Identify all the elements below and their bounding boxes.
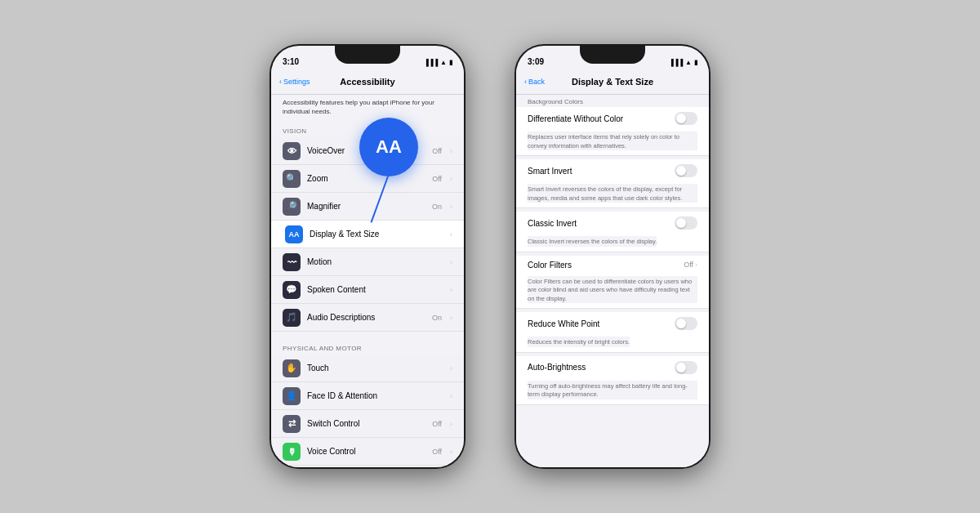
touch-icon: ✋: [283, 359, 301, 377]
right-phone: 3:09 ▐▐▐ ▲ ▮ ‹ Back Display & Text Size: [514, 44, 710, 469]
wifi-icon-r: ▲: [685, 59, 692, 66]
display-text-size-label: Display & Text Size: [310, 230, 442, 239]
display-text-size-icon: AA: [285, 225, 303, 243]
voice-control-value: Off: [432, 448, 442, 456]
list-item-magnifier[interactable]: 🔎 Magnifier On ›: [271, 193, 464, 221]
page-title-left: Accessibility: [340, 77, 394, 87]
reduce-white-label: Reduce White Point: [528, 319, 675, 328]
switch-control-value: Off: [432, 420, 442, 428]
classic-invert-label: Classic Invert: [528, 219, 675, 228]
left-phone-screen: 3:10 ▐▐▐ ▲ ▮ ‹ Settings Accessibility: [271, 46, 464, 467]
audio-desc-label: Audio Descriptions: [307, 313, 425, 322]
voice-control-icon: 🎙: [283, 443, 301, 461]
spoken-content-chevron: ›: [450, 286, 452, 294]
back-label-right: Back: [528, 78, 545, 86]
list-item-zoom[interactable]: 🔍 Zoom Off ›: [271, 165, 464, 193]
list-item-switch-control[interactable]: ⇄ Switch Control Off ›: [271, 410, 464, 438]
right-phone-body: 3:09 ▐▐▐ ▲ ▮ ‹ Back Display & Text Size: [514, 44, 710, 469]
wifi-icon: ▲: [440, 59, 447, 66]
time-left: 3:10: [283, 57, 299, 66]
list-item-face-id[interactable]: 👤 Face ID & Attention ›: [271, 382, 464, 410]
zoom-label: Zoom: [307, 174, 425, 183]
list-item-side-button[interactable]: ⎋ Side Button ›: [271, 466, 464, 467]
voiceover-chevron: ›: [450, 147, 452, 155]
touch-label: Touch: [307, 364, 442, 372]
list-item-spoken-content[interactable]: 💬 Spoken Content ›: [271, 276, 464, 304]
signal-icon: ▐▐▐: [424, 59, 438, 66]
voiceover-icon: 👁: [283, 142, 301, 160]
list-item-motion[interactable]: 〰 Motion ›: [271, 248, 464, 276]
magnifier-value: On: [432, 203, 442, 211]
nav-bar-left: ‹ Settings Accessibility: [271, 69, 464, 95]
diff-color-desc: Replaces user interface items that rely …: [528, 132, 697, 150]
reduce-white-desc: Reduces the intensity of bright colors.: [528, 337, 630, 347]
back-button-left[interactable]: ‹ Settings: [279, 78, 310, 86]
audio-desc-value: On: [432, 314, 442, 322]
accessibility-description: Accessibility features help you adapt iP…: [271, 95, 464, 121]
switch-control-icon: ⇄: [283, 415, 301, 433]
magnifier-chevron: ›: [450, 203, 452, 211]
touch-chevron: ›: [450, 364, 452, 372]
list-item-voice-control[interactable]: 🎙 Voice Control Off ›: [271, 438, 464, 466]
audio-desc-chevron: ›: [450, 314, 452, 322]
smart-invert-toggle[interactable]: [675, 164, 697, 177]
voice-control-chevron: ›: [450, 448, 452, 456]
voice-control-label: Voice Control: [307, 447, 425, 456]
voiceover-value: Off: [432, 147, 442, 155]
classic-invert-toggle[interactable]: [675, 216, 697, 230]
list-item-classic-invert[interactable]: Classic Invert Classic Invert reverses t…: [516, 212, 709, 252]
classic-invert-desc: Classic Invert reverses the colors of th…: [528, 236, 657, 247]
aa-annotation-label: AA: [376, 136, 402, 158]
magnifier-icon: 🔎: [283, 198, 301, 216]
diff-color-toggle[interactable]: [675, 112, 697, 125]
right-scroll-content: Background Colors Differentiate Without …: [516, 95, 709, 467]
aa-annotation-circle: AA: [359, 118, 418, 176]
list-item-touch[interactable]: ✋ Touch ›: [271, 355, 464, 382]
list-item-display-text-size[interactable]: AA Display & Text Size ›: [271, 221, 464, 248]
status-icons-right: ▐▐▐ ▲ ▮: [669, 59, 697, 66]
reduce-white-toggle[interactable]: [675, 317, 697, 330]
auto-brightness-toggle[interactable]: [675, 361, 697, 374]
zoom-icon: 🔍: [283, 170, 301, 188]
notch-right: [580, 46, 645, 64]
list-item-reduce-white[interactable]: Reduce White Point Reduces the intensity…: [516, 312, 709, 353]
battery-icon-r: ▮: [694, 59, 697, 66]
smart-invert-desc: Smart Invert reverses the colors of the …: [528, 184, 697, 203]
status-icons-left: ▐▐▐ ▲ ▮: [424, 59, 452, 66]
group-sep-1: [271, 332, 464, 338]
nav-bar-right: ‹ Back Display & Text Size: [516, 69, 709, 95]
back-chevron-icon-r: ‹: [524, 78, 527, 86]
page-title-right: Display & Text Size: [572, 77, 653, 87]
list-item-smart-invert[interactable]: Smart Invert Smart Invert reverses the c…: [516, 159, 709, 208]
list-item-diff-color[interactable]: Differentiate Without Color Replaces use…: [516, 107, 709, 156]
color-filters-value: Off: [684, 261, 693, 269]
back-button-right[interactable]: ‹ Back: [524, 78, 545, 86]
list-item-color-filters[interactable]: Color Filters Off › Color Filters can be…: [516, 256, 709, 310]
display-text-size-chevron: ›: [450, 230, 452, 239]
color-filters-label: Color Filters: [528, 261, 684, 270]
smart-invert-label: Smart Invert: [528, 167, 675, 176]
battery-icon: ▮: [449, 59, 452, 66]
right-phone-screen: 3:09 ▐▐▐ ▲ ▮ ‹ Back Display & Text Size: [516, 46, 709, 467]
motion-chevron: ›: [450, 258, 452, 266]
color-filters-desc: Color Filters can be used to differentia…: [528, 276, 697, 304]
zoom-value: Off: [432, 175, 442, 183]
list-item-auto-brightness[interactable]: Auto-Brightness Turning off auto-brightn…: [516, 356, 709, 405]
physical-motor-section-header: PHYSICAL AND MOTOR: [271, 338, 464, 355]
face-id-chevron: ›: [450, 392, 452, 400]
switch-control-label: Switch Control: [307, 419, 425, 428]
switch-control-chevron: ›: [450, 420, 452, 428]
spoken-content-label: Spoken Content: [307, 285, 442, 294]
auto-brightness-label: Auto-Brightness: [528, 363, 675, 372]
face-id-icon: 👤: [283, 387, 301, 405]
back-chevron-icon: ‹: [279, 78, 282, 86]
signal-icon-r: ▐▐▐: [669, 59, 683, 66]
zoom-chevron: ›: [450, 175, 452, 183]
list-item-audio-descriptions[interactable]: 🎵 Audio Descriptions On ›: [271, 304, 464, 332]
back-label-left: Settings: [283, 78, 310, 86]
left-phone: 3:10 ▐▐▐ ▲ ▮ ‹ Settings Accessibility: [270, 44, 466, 469]
diff-color-label: Differentiate Without Color: [528, 114, 675, 123]
background-colors-label: Background Colors: [516, 95, 709, 107]
spoken-content-icon: 💬: [283, 281, 301, 299]
motion-label: Motion: [307, 257, 442, 266]
